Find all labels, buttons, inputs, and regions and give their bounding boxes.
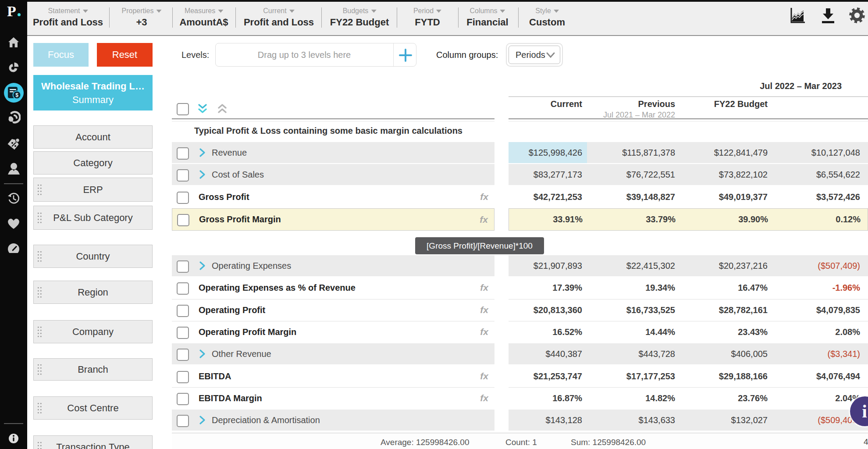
svg-text:$: $ <box>15 92 18 98</box>
